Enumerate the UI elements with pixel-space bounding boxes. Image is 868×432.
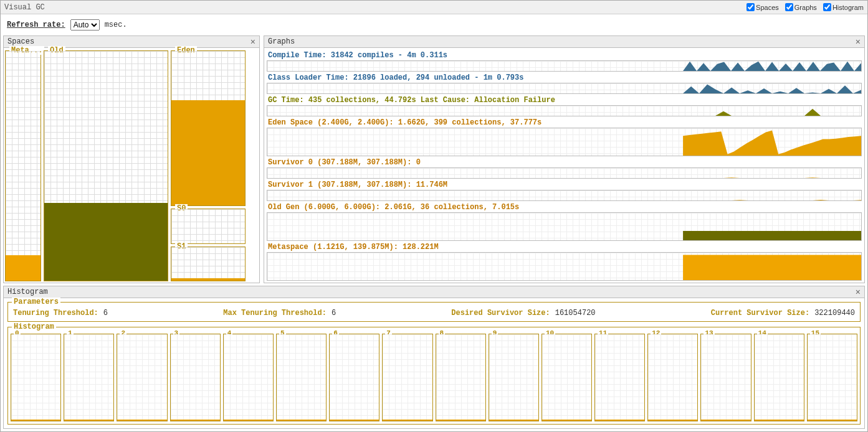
histogram-cell: 15 [807,334,857,421]
parameters-fieldset: Parameters Tenuring Threshold:6 Max Tenu… [7,302,861,322]
histogram-fieldset: Histogram 0123456789101112131415 [7,327,861,425]
max-tenuring-value: 6 [331,309,336,317]
loader-graph [267,83,862,94]
eden-graph-title: Eden Space (2.400G, 2.400G): 1.662G, 399… [267,118,862,128]
histogram-cell: 11 [594,334,645,421]
old-graph [267,212,862,241]
eden-graph [267,128,862,156]
toggle-spaces[interactable]: Spaces [746,3,779,11]
s0-graph [267,167,862,179]
graphs-panel-title: Graphs [268,37,295,46]
desired-value: 161054720 [555,309,596,317]
max-tenuring-label: Max Tenuring Threshold: [223,309,327,317]
parameters-title: Parameters [12,298,60,306]
graphs-panel: Graphs × Compile Time: 31842 compiles - … [264,35,865,283]
histogram-cell: 6 [329,334,379,421]
loader-graph-title: Class Loader Time: 21896 loaded, 294 unl… [267,73,862,83]
titlebar: Visual GC Spaces Graphs Histogram [1,1,867,14]
compile-graph-title: Compile Time: 31842 compiles - 4m 0.311s [267,50,862,60]
graphs-body: Compile Time: 31842 compiles - 4m 0.311s… [264,48,865,283]
current-value: 322109440 [814,309,855,317]
view-toggles: Spaces Graphs Histogram [746,3,864,11]
meta-space-box: Meta... [5,50,41,281]
histogram-cell: 9 [489,334,539,421]
refresh-row: Refresh rate: Auto msec. [1,14,867,35]
spaces-panel: Spaces × Meta... Old Eden [3,35,260,283]
histogram-cell: 8 [436,334,486,421]
histogram-cell: 5 [276,334,327,421]
histogram-cell: 3 [170,334,221,421]
visualgc-window: Visual GC Spaces Graphs Histogram Refres… [0,0,868,432]
refresh-select[interactable]: Auto [70,19,100,31]
s1-graph-title: Survivor 1 (307.188M, 307.188M): 11.746M [267,180,862,190]
refresh-label: Refresh rate: [7,21,65,29]
refresh-unit: msec. [105,21,127,29]
histogram-cell: 1 [64,334,114,421]
histogram-panel-title: Histogram [7,288,48,296]
spaces-body: Meta... Old Eden S0 [3,48,260,283]
compile-graph [267,60,862,72]
graphs-panel-header: Graphs × [264,35,865,48]
histogram-cell: 14 [754,334,804,421]
histogram-cell: 0 [11,334,61,421]
s0-graph-title: Survivor 0 (307.188M, 307.188M): 0 [267,157,862,167]
s1-space-box: S1 [171,247,246,281]
histogram-panel-header: Histogram × [3,286,865,298]
toggle-spaces-checkbox[interactable] [746,3,755,11]
close-icon[interactable]: × [250,37,255,47]
histogram-cell: 7 [382,334,432,421]
toggle-histogram-checkbox[interactable] [823,3,831,11]
s0-space-box: S0 [171,209,246,243]
tenuring-label: Tenuring Threshold: [13,309,98,317]
old-graph-title: Old Gen (6.000G, 6.000G): 2.061G, 36 col… [267,202,862,212]
desired-label: Desired Survivor Size: [451,309,550,317]
metaspace-graph-title: Metaspace (1.121G, 139.875M): 128.221M [267,242,862,252]
histogram-panel: Histogram × Parameters Tenuring Threshol… [3,286,865,429]
histogram-cell: 10 [541,334,592,421]
eden-space-box: Eden [171,50,246,206]
s1-graph [267,190,862,201]
tenuring-value: 6 [103,309,108,317]
histogram-cell: 13 [700,334,751,421]
toggle-histogram[interactable]: Histogram [823,3,864,11]
window-title: Visual GC [4,3,45,12]
old-space-box: Old [44,50,168,281]
spaces-panel-title: Spaces [7,37,34,46]
histogram-cell: 4 [223,334,274,421]
toggle-graphs-checkbox[interactable] [785,3,793,11]
histogram-cell: 12 [647,334,698,421]
gc-graph [267,105,862,116]
gc-graph-title: GC Time: 435 collections, 44.792s Last C… [267,95,862,105]
current-label: Current Survivor Size: [711,309,809,317]
histogram-cell: 2 [117,334,167,421]
metaspace-graph [267,252,862,281]
close-icon[interactable]: × [856,287,861,297]
toggle-graphs[interactable]: Graphs [785,3,817,11]
close-icon[interactable]: × [856,37,861,47]
